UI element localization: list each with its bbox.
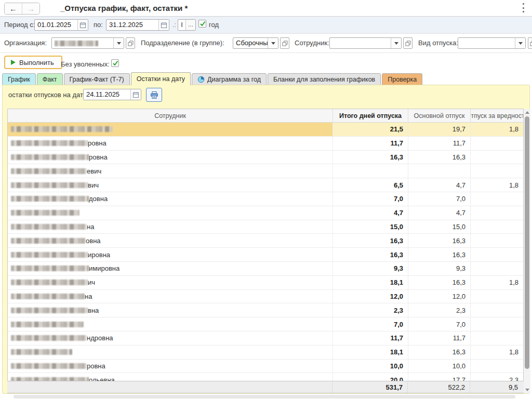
organization-combobox[interactable] xyxy=(51,37,124,49)
employee-name-cell: имировна xyxy=(8,262,333,275)
main-vacation-cell: 11,7 xyxy=(408,331,471,345)
redacted-org-value xyxy=(55,41,98,46)
vacation-type-open-button[interactable] xyxy=(528,37,532,49)
print-button[interactable] xyxy=(146,88,162,102)
hazard-vacation-cell xyxy=(471,360,523,373)
tab-5[interactable]: Диаграмма за год xyxy=(192,73,267,85)
tab-4[interactable]: Остатки на дату xyxy=(131,72,191,85)
name-suffix: вна xyxy=(88,307,99,314)
column-header-hazard-vacation[interactable]: Отпуск за вредность xyxy=(471,109,523,122)
table-row[interactable]: овна 16,3 16,3 xyxy=(8,234,523,248)
employee-name-cell: вна xyxy=(8,303,333,317)
table-row[interactable]: довна 7,0 7,0 xyxy=(8,192,523,206)
hazard-vacation-cell xyxy=(471,317,523,331)
hazard-vacation-cell xyxy=(471,248,523,261)
period-variant-picker[interactable]: I ... xyxy=(178,19,196,31)
table-row[interactable]: ровна 16,3 16,3 xyxy=(8,151,523,165)
chevron-down-icon[interactable] xyxy=(268,38,278,48)
table-body: 21,5 19,7 1,8 ровна 11,7 11,7 ровна 16,3… xyxy=(8,123,523,381)
actions-row: Выполнить Без уволенных: xyxy=(0,53,532,72)
chevron-down-icon[interactable] xyxy=(515,38,525,48)
table-row[interactable]: ировна 16,3 16,3 xyxy=(8,248,523,262)
scroll-up-icon[interactable] xyxy=(525,111,529,114)
calendar-icon[interactable] xyxy=(77,20,88,30)
nav-button-group: ← → xyxy=(4,3,40,15)
ellipsis-button[interactable]: ... xyxy=(186,20,195,30)
table-row[interactable]: 18,1 16,3 1,8 xyxy=(8,345,523,360)
vertical-scrollbar[interactable] xyxy=(524,109,530,393)
table-row[interactable]: евич xyxy=(8,164,523,178)
year-checkbox[interactable] xyxy=(198,20,206,28)
employee-name-cell: ровна xyxy=(8,360,333,373)
employee-label: Сотрудник: xyxy=(295,37,329,49)
scroll-down-icon[interactable] xyxy=(525,389,529,391)
period-to-field[interactable]: 31.12.2025 xyxy=(106,19,169,31)
table-row[interactable]: на 15,0 15,0 xyxy=(8,220,523,234)
table-row[interactable]: ольевна 20,0 17,7 2,3 xyxy=(8,373,523,381)
run-button[interactable]: Выполнить xyxy=(4,56,62,69)
main-vacation-cell: 2,3 xyxy=(408,303,471,317)
redacted-name xyxy=(11,349,72,355)
table-row[interactable]: 4,7 4,7 xyxy=(8,206,523,220)
table-row[interactable]: ндровна 11,7 11,7 xyxy=(8,331,523,345)
tab-label: Остатки на дату xyxy=(137,75,185,83)
total-days-cell: 7,0 xyxy=(333,192,408,206)
department-combobox[interactable]: Сборочный цех/ Б xyxy=(233,37,278,49)
chevron-down-icon[interactable] xyxy=(391,38,401,48)
table-row[interactable]: 7,0 7,0 xyxy=(8,317,523,331)
table-row[interactable]: на 12,0 12,0 xyxy=(8,290,523,304)
main-vacation-cell: 16,3 xyxy=(408,276,471,289)
tab-6[interactable]: Бланки для заполнения графиков xyxy=(268,73,381,85)
tab-label: График-Факт (Т-7) xyxy=(70,76,124,83)
employee-name-cell: ровна xyxy=(8,151,333,164)
total-days-cell: 21,5 xyxy=(333,123,408,136)
period-from-field[interactable]: 01.01.2025 xyxy=(34,19,88,31)
table-totals-row: 531,7 522,2 9,5 xyxy=(7,381,524,393)
tab-label: График xyxy=(8,76,30,83)
department-open-button[interactable] xyxy=(280,37,289,49)
horizontal-scrollbar[interactable] xyxy=(14,395,515,398)
employee-combobox[interactable] xyxy=(329,37,402,49)
table-row[interactable]: вна 2,3 2,3 xyxy=(8,303,523,317)
table-row[interactable]: 21,5 19,7 1,8 xyxy=(8,123,523,137)
remainders-date-field[interactable]: 24.11.2025 xyxy=(83,89,141,100)
table-row[interactable]: ровна 11,7 11,7 xyxy=(8,137,523,151)
employee-name-cell: ровна xyxy=(8,137,333,150)
back-button[interactable]: ← xyxy=(5,3,22,14)
redacted-name xyxy=(11,238,86,244)
table-row[interactable]: имировна 9,3 9,3 xyxy=(8,262,523,276)
total-days-cell xyxy=(333,164,408,178)
calendar-icon[interactable] xyxy=(130,89,141,100)
forward-button[interactable]: → xyxy=(22,3,39,14)
more-menu-icon[interactable] xyxy=(520,3,527,13)
vacation-type-label: Вид отпуска: xyxy=(418,37,458,49)
scrollbar-thumb[interactable] xyxy=(525,116,529,369)
redacted-name xyxy=(11,377,89,381)
run-button-label: Выполнить xyxy=(19,59,54,66)
tab-3[interactable]: График-Факт (Т-7) xyxy=(64,73,130,85)
calendar-icon[interactable] xyxy=(158,20,169,30)
tab-label: Факт xyxy=(43,76,57,83)
no-fired-checkbox[interactable] xyxy=(111,59,119,67)
table-row[interactable]: ровна 10,0 10,0 xyxy=(8,360,523,374)
redacted-name xyxy=(11,196,89,202)
main-vacation-cell: 10,0 xyxy=(408,360,471,373)
tab-2[interactable]: Факт xyxy=(37,73,63,85)
employee-open-button[interactable] xyxy=(403,37,413,49)
tab-label: Проверка xyxy=(388,76,417,83)
table-row[interactable]: вич 6,5 4,7 1,8 xyxy=(8,178,523,192)
organization-open-button[interactable] xyxy=(126,37,135,49)
table-row[interactable]: ич 18,1 16,3 1,8 xyxy=(8,276,523,290)
column-header-total-days[interactable]: Итого дней отпуска xyxy=(333,109,408,122)
redacted-name xyxy=(11,168,87,174)
column-header-employee[interactable]: Сотрудник xyxy=(8,109,333,122)
tab-1[interactable]: График xyxy=(2,73,36,85)
employee-name-cell xyxy=(8,206,333,220)
chevron-down-icon[interactable] xyxy=(113,38,124,48)
total-days-cell: 7,0 xyxy=(333,317,408,331)
column-header-main-vacation[interactable]: Основной отпуск xyxy=(408,109,471,122)
tab-7[interactable]: Проверка xyxy=(382,73,422,85)
vacation-type-combobox[interactable] xyxy=(458,37,526,49)
total-days-cell: 18,1 xyxy=(333,276,408,289)
hazard-vacation-cell xyxy=(471,331,523,345)
